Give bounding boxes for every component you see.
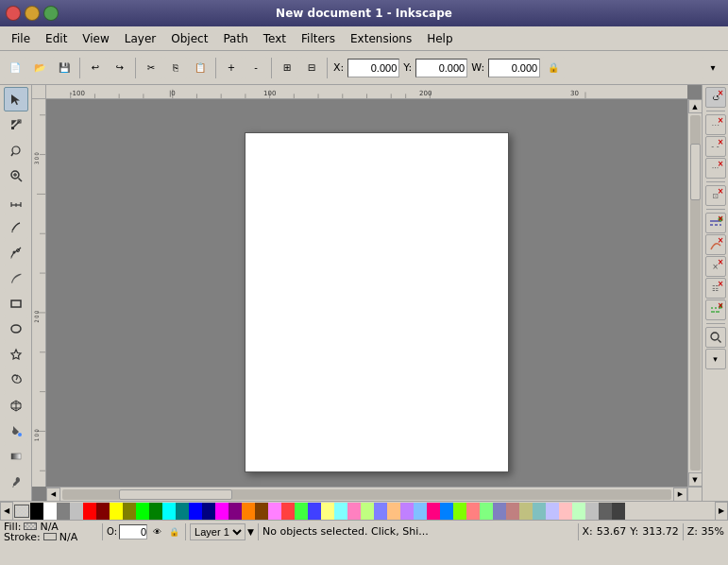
color-swatch-19[interactable] <box>281 503 295 520</box>
palette-scroll-left[interactable]: ◀ <box>0 502 13 521</box>
color-swatch-15[interactable] <box>229 503 242 520</box>
menu-filters[interactable]: Filters <box>294 30 343 47</box>
drawing-canvas[interactable] <box>245 132 509 472</box>
color-swatch-7[interactable] <box>123 503 136 520</box>
measure-tool[interactable] <box>4 189 28 214</box>
color-swatch-25[interactable] <box>361 503 374 520</box>
color-swatch-14[interactable] <box>215 503 229 520</box>
color-swatch-9[interactable] <box>149 503 162 520</box>
color-swatch-12[interactable] <box>189 503 202 520</box>
color-swatch-3[interactable] <box>70 503 83 520</box>
open-button[interactable]: 📂 <box>28 57 51 79</box>
rp-btn-5[interactable]: ⊡ × <box>705 185 726 206</box>
rp-btn-3[interactable]: - - × <box>705 136 726 157</box>
color-swatch-22[interactable] <box>321 503 334 520</box>
canvas-scroll-area[interactable] <box>46 99 687 487</box>
save-button[interactable]: 💾 <box>53 57 76 79</box>
menu-file[interactable]: File <box>4 30 38 47</box>
lock-button[interactable]: 🔒 <box>542 57 565 79</box>
rp-btn-2[interactable]: ⋯ × <box>705 114 726 135</box>
color-swatch-20[interactable] <box>295 503 308 520</box>
rp-btn-10[interactable]: × <box>705 300 726 320</box>
color-swatch-31[interactable] <box>440 503 453 520</box>
new-button[interactable]: 📄 <box>4 57 26 79</box>
fill-tool[interactable] <box>4 419 28 443</box>
zoom-tool[interactable] <box>4 163 28 188</box>
h-scrollbar-thumb[interactable] <box>119 489 232 500</box>
selector-tool[interactable] <box>4 87 28 111</box>
layer-dropdown-arrow[interactable]: ▼ <box>247 527 254 537</box>
menu-edit[interactable]: Edit <box>38 30 75 47</box>
fill-swatch[interactable] <box>24 522 37 530</box>
color-swatch-41[interactable] <box>572 503 585 520</box>
color-swatch-26[interactable] <box>374 503 387 520</box>
color-swatch-29[interactable] <box>414 503 427 520</box>
no-color-swatch[interactable] <box>14 505 29 518</box>
close-button[interactable] <box>6 6 21 21</box>
3d-box-tool[interactable] <box>4 393 28 418</box>
rp-btn-9[interactable]: ☷ × <box>705 278 726 299</box>
gradient-tool[interactable] <box>4 444 28 469</box>
opacity-input[interactable] <box>119 524 147 539</box>
stroke-swatch[interactable] <box>43 533 57 540</box>
color-swatch-38[interactable] <box>533 503 546 520</box>
undo-button[interactable]: ↩ <box>84 57 107 79</box>
scroll-right-button[interactable]: ▶ <box>673 488 687 502</box>
color-swatch-4[interactable] <box>83 503 96 520</box>
color-swatch-30[interactable] <box>427 503 440 520</box>
layer-selector[interactable]: Layer 1 <box>190 523 245 540</box>
pen-tool[interactable] <box>4 240 28 265</box>
spiral-tool[interactable] <box>4 368 28 392</box>
dropper-tool[interactable] <box>4 470 28 494</box>
color-swatch-8[interactable] <box>136 503 149 520</box>
color-swatch-37[interactable] <box>519 503 533 520</box>
color-swatch-32[interactable] <box>453 503 466 520</box>
scroll-left-button[interactable]: ◀ <box>46 488 60 502</box>
rp-btn-nav[interactable]: ▾ <box>705 349 726 369</box>
rp-btn-6[interactable]: × <box>705 213 726 233</box>
color-swatch-0[interactable] <box>30 503 43 520</box>
group-button[interactable]: ⊞ <box>276 57 298 79</box>
color-swatch-35[interactable] <box>493 503 506 520</box>
menu-object[interactable]: Object <box>163 30 215 47</box>
node-tool[interactable] <box>4 112 28 137</box>
color-swatch-24[interactable] <box>347 503 361 520</box>
y-coord-input[interactable] <box>415 59 467 77</box>
color-swatch-40[interactable] <box>559 503 572 520</box>
canvas-area[interactable]: -100 |0 100 200 30 <box>32 85 702 501</box>
color-swatch-1[interactable] <box>43 503 57 520</box>
color-swatch-16[interactable] <box>242 503 255 520</box>
pencil-tool[interactable] <box>4 214 28 239</box>
color-swatch-36[interactable] <box>506 503 519 520</box>
rect-tool[interactable] <box>4 291 28 316</box>
rp-btn-zoom[interactable] <box>705 327 726 348</box>
rp-btn-1[interactable]: ⭯ × <box>705 87 726 108</box>
rp-btn-4[interactable]: ··· × <box>705 158 726 179</box>
vertical-scrollbar[interactable]: ▲ ▼ <box>687 99 702 487</box>
redo-button[interactable]: ↪ <box>109 57 131 79</box>
window-controls[interactable] <box>6 6 59 21</box>
color-swatch-39[interactable] <box>546 503 559 520</box>
zoom-in-button[interactable]: + <box>220 57 243 79</box>
v-scrollbar-thumb[interactable] <box>690 144 701 200</box>
color-swatch-33[interactable] <box>466 503 480 520</box>
color-swatch-5[interactable] <box>96 503 110 520</box>
lock-icon[interactable]: 🔒 <box>166 524 181 539</box>
color-swatch-27[interactable] <box>387 503 400 520</box>
color-swatch-6[interactable] <box>110 503 123 520</box>
x-coord-input[interactable] <box>347 59 399 77</box>
menu-help[interactable]: Help <box>419 30 460 47</box>
scroll-up-button[interactable]: ▲ <box>688 99 703 113</box>
rp-btn-7[interactable]: × <box>705 234 726 255</box>
palette-scroll-right[interactable]: ▶ <box>715 502 728 521</box>
color-swatch-11[interactable] <box>176 503 189 520</box>
cut-button[interactable]: ✂ <box>140 57 162 79</box>
color-swatch-42[interactable] <box>585 503 599 520</box>
color-swatch-44[interactable] <box>612 503 625 520</box>
scroll-down-button[interactable]: ▼ <box>688 472 703 487</box>
star-tool[interactable] <box>4 342 28 367</box>
maximize-button[interactable] <box>43 6 59 21</box>
ungroup-button[interactable]: ⊟ <box>300 57 323 79</box>
menu-view[interactable]: View <box>75 30 116 47</box>
menu-text[interactable]: Text <box>256 30 294 47</box>
